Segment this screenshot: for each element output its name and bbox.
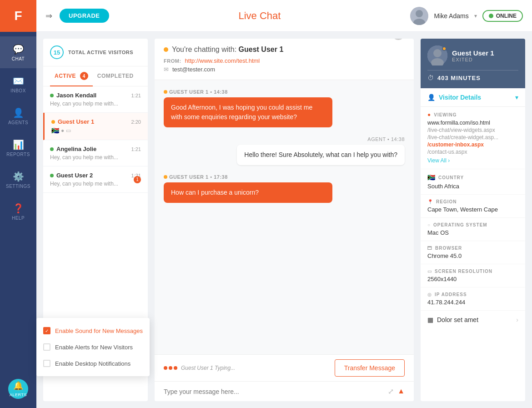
chat-item-angelina[interactable]: Angelina Jolie 1:21 Hey, can you help me… (43, 140, 148, 166)
popup-item-alerts[interactable]: Enable Alerts for New Visitors (36, 339, 150, 355)
visitor-details-header[interactable]: 👤 Visitor Details ▾ (421, 88, 525, 107)
sidebar-nav: 💬 CHAT ✉️ INBOX 👤 AGENTS 📊 REPORTS ⚙️ SE… (0, 32, 36, 379)
online-status-label: ONLINE (496, 13, 517, 19)
profile-header: Guest User 1 EXITED (427, 45, 518, 65)
alerts-icon: 🔔 (13, 381, 23, 391)
sidebar-item-alerts[interactable]: 🔔 ALERTS (8, 379, 28, 399)
close-chat-button[interactable]: ✕ (392, 39, 405, 40)
profile-info: Guest User 1 EXITED (452, 49, 494, 62)
send-icon[interactable]: ▲ (397, 387, 405, 396)
screen-value: 2560x1440 (427, 276, 518, 282)
browser-value: Chrome 45.0 (427, 252, 518, 259)
profile-avatar (427, 45, 447, 65)
message-group-1: GUEST USER 1 • 14:38 Good Afternoon, I w… (164, 89, 405, 127)
chat-from-row: FROM: http://www.site.com/test.html (164, 57, 283, 64)
tab-active[interactable]: ACTIVE 4 (50, 66, 93, 86)
alerts-label: Enable Alerts for New Visitors (55, 344, 133, 351)
reports-label: REPORTS (6, 152, 30, 157)
sound-checkbox[interactable]: ✓ (43, 327, 50, 334)
typing-indicator: Guest User 1 Typing... (164, 365, 235, 371)
tabs-bar: ACTIVE 4 COMPLETED (43, 66, 148, 86)
view-all-link[interactable]: View All › (427, 157, 450, 164)
chat-item-guest2[interactable]: Guest User 2 1:21 Hey, can you help me w… (43, 166, 148, 193)
sidebar-item-settings[interactable]: ⚙️ SETTINGS (0, 164, 36, 196)
screen-icon: ▭ (427, 269, 432, 274)
browser-detail: 🗔 BROWSER Chrome 45.0 (421, 241, 525, 264)
chat-time: 2:20 (131, 119, 141, 125)
region-detail: 📍 REGION Cape Town, Western Cape (421, 195, 525, 218)
typing-dot-2 (169, 366, 172, 370)
device-icon: ▭ (66, 127, 71, 134)
chevron-down-icon[interactable]: ▾ (474, 13, 477, 19)
dolor-row[interactable]: ▦ Dolor set amet › (421, 311, 525, 329)
chat-item-jason[interactable]: Jason Kendall 1:21 Hey, can you help me … (43, 86, 148, 113)
transfer-message-button[interactable]: Transfer Message (335, 359, 405, 377)
visitor-count-badge: 15 (50, 45, 64, 59)
visitors-label: TOTAL ACTIVE VISITORS (68, 50, 133, 55)
sender-label: GUEST USER 1 • 14:38 (164, 89, 405, 95)
popup-item-sound[interactable]: ✓ Enable Sound for New Messages (36, 322, 150, 339)
messages-area: GUEST USER 1 • 14:38 Good Afternoon, I w… (155, 80, 414, 354)
chat-sub-row: 🇿🇦 ● ▭ (51, 127, 141, 134)
chat-time: 1:21 (131, 146, 141, 152)
chat-item-guest1[interactable]: Guest User 1 2:20 🇿🇦 ● ▭ (43, 113, 148, 140)
visitor-details-card: 👤 Visitor Details ▾ ● VIEWING www.formil… (421, 88, 525, 401)
input-icons: ⤢ ▲ (388, 387, 405, 396)
help-icon: ❓ (13, 203, 24, 214)
os-icon: ○ (427, 222, 431, 227)
agents-icon: 👤 (13, 107, 24, 118)
unread-badge: 1 (134, 176, 141, 183)
typing-text: Guest User 1 Typing... (181, 365, 235, 371)
email-icon: ✉ (164, 66, 169, 73)
inbox-label: INBOX (10, 88, 26, 93)
sidebar-item-help[interactable]: ❓ HELP (0, 196, 36, 227)
popup-item-desktop[interactable]: Enable Desktop Notifications (36, 355, 150, 372)
menu-icon[interactable]: ⇒ (45, 11, 52, 21)
chat-preview: Hey, can you help me with... (50, 101, 141, 107)
chat-preview: Hey, can you help me with... (50, 181, 141, 187)
alerts-label: ALERTS (10, 393, 27, 397)
status-dot (51, 120, 55, 124)
sidebar-item-agents[interactable]: 👤 AGENTS (0, 100, 36, 132)
tab-completed[interactable]: COMPLETED (93, 67, 138, 86)
upgrade-button[interactable]: UPGRADE (60, 9, 109, 23)
eye-icon: ● (427, 111, 431, 118)
viewing-page-1: www.formilla.com/iso.html (427, 120, 518, 126)
online-badge[interactable]: ONLINE (482, 10, 523, 22)
agent-label: AGENT • 14:38 (367, 136, 405, 142)
desktop-checkbox[interactable] (43, 360, 50, 367)
active-count-badge: 4 (80, 72, 88, 80)
typing-dots (164, 366, 177, 370)
viewing-page-5: /contact-us.aspx (427, 149, 518, 155)
person-icon: 👤 (427, 94, 435, 101)
chat-icon: 💬 (13, 44, 24, 55)
os-detail: ○ OPERATING SYSTEM Mac OS (421, 218, 525, 241)
browser-label: 🗔 BROWSER (427, 246, 518, 251)
svg-point-1 (416, 10, 423, 17)
clock-icon: ⏱ (427, 74, 434, 81)
user-name[interactable]: Mike Adams (434, 12, 468, 20)
viewing-page-2: /live-chat/view-widgets.aspx (427, 127, 518, 133)
sidebar-item-chat[interactable]: 💬 CHAT (0, 36, 36, 68)
online-indicator-dot (489, 14, 493, 18)
country-label: 🇿🇦 COUNTRY (427, 174, 518, 181)
chat-header: You're chatting with: Guest User 1 FROM:… (155, 39, 414, 80)
svg-point-4 (433, 49, 442, 57)
user-status-dot (164, 47, 168, 52)
browser-icon: ● (61, 127, 64, 134)
sidebar-logo[interactable]: F (0, 0, 36, 32)
message-input[interactable] (164, 388, 383, 395)
dolor-chevron-icon: › (516, 316, 518, 323)
message-input-bar: ⤢ ▲ (155, 381, 414, 401)
sidebar: F 💬 CHAT ✉️ INBOX 👤 AGENTS 📊 REPORTS ⚙️ … (0, 0, 36, 408)
location-icon: 📍 (427, 199, 433, 204)
message-group-2: AGENT • 14:38 Hello there! Sure Absolute… (164, 136, 405, 165)
typing-dot-1 (164, 366, 167, 370)
alerts-checkbox[interactable] (43, 343, 50, 351)
from-url[interactable]: http://www.site.com/test.html (185, 57, 260, 64)
expand-icon[interactable]: ⤢ (388, 387, 394, 396)
visitors-header: 15 TOTAL ACTIVE VISITORS (43, 39, 148, 66)
sidebar-item-reports[interactable]: 📊 REPORTS (0, 132, 36, 164)
ip-value: 41.78.244.244 (427, 299, 518, 306)
sidebar-item-inbox[interactable]: ✉️ INBOX (0, 68, 36, 100)
